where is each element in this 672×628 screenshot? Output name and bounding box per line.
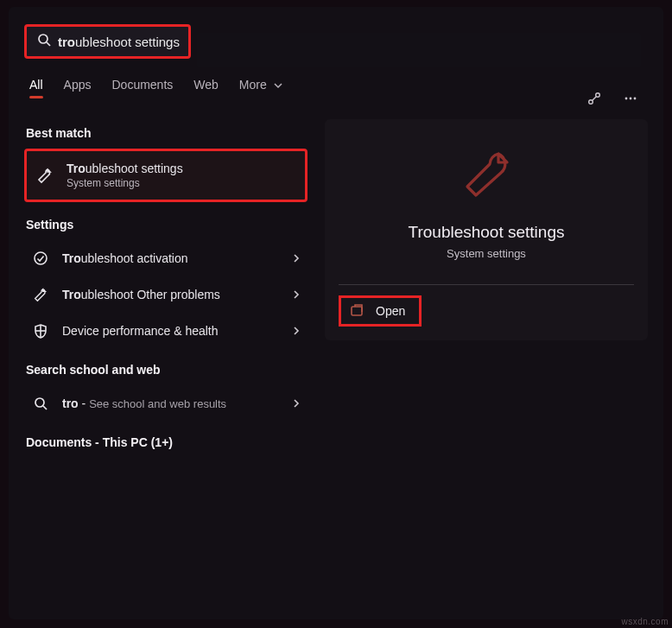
- preview-subtitle: System settings: [447, 247, 526, 260]
- svg-line-1: [47, 42, 50, 46]
- search-icon: [37, 33, 58, 50]
- tab-more[interactable]: More: [239, 78, 282, 97]
- section-best-match: Best match: [26, 126, 307, 140]
- svg-line-4: [593, 97, 596, 100]
- best-match-title: Troubleshoot settings: [67, 162, 183, 175]
- svg-point-0: [39, 35, 48, 43]
- open-icon: [350, 304, 364, 318]
- best-match-subtitle: System settings: [67, 177, 183, 189]
- tab-all[interactable]: All: [29, 78, 43, 97]
- tab-apps[interactable]: Apps: [64, 78, 92, 97]
- result-troubleshoot-activation[interactable]: Troubleshoot activation: [24, 240, 307, 276]
- chevron-right-icon: [292, 287, 301, 302]
- svg-point-11: [35, 398, 44, 407]
- section-search-web: Search school and web: [26, 363, 307, 377]
- section-documents: Documents - This PC (1+): [26, 435, 307, 449]
- search-panel: troubleshoot settings All Apps Documents…: [9, 7, 663, 619]
- result-web-search[interactable]: tro - See school and web results: [24, 385, 307, 422]
- open-button[interactable]: Open: [339, 295, 422, 327]
- preview-pane: Troubleshoot settings System settings Op…: [325, 119, 648, 340]
- network-icon[interactable]: [582, 86, 606, 111]
- svg-point-2: [589, 100, 593, 105]
- results-column: Best match Troubleshoot settings System …: [24, 121, 307, 458]
- wrench-large-icon: [459, 145, 514, 204]
- section-settings: Settings: [26, 218, 307, 232]
- svg-point-6: [630, 98, 632, 100]
- wrench-icon: [35, 167, 54, 184]
- chevron-right-icon: [292, 251, 301, 266]
- overflow-menu-icon[interactable]: [618, 86, 643, 111]
- svg-point-7: [634, 98, 637, 100]
- preview-title: Troubleshoot settings: [409, 223, 565, 242]
- svg-point-8: [35, 252, 47, 264]
- watermark: wsxdn.com: [621, 617, 669, 626]
- search-query-text: troubleshoot settings: [58, 35, 180, 49]
- best-match-item[interactable]: Troubleshoot settings System settings: [24, 149, 307, 202]
- search-input-bg: [197, 33, 641, 67]
- chevron-down-icon: [274, 81, 282, 90]
- svg-point-5: [625, 98, 628, 100]
- svg-point-3: [596, 93, 600, 98]
- result-device-health[interactable]: Device performance & health: [24, 313, 307, 349]
- search-input[interactable]: troubleshoot settings: [24, 24, 191, 59]
- check-circle-icon: [31, 251, 50, 266]
- shield-icon: [31, 323, 50, 339]
- wrench-icon: [31, 287, 50, 302]
- search-icon: [31, 396, 50, 410]
- chevron-right-icon: [292, 396, 301, 411]
- result-troubleshoot-other[interactable]: Troubleshoot Other problems: [24, 276, 307, 313]
- svg-line-12: [43, 406, 47, 409]
- tab-web[interactable]: Web: [193, 78, 219, 97]
- divider: [339, 284, 634, 285]
- tab-documents[interactable]: Documents: [111, 78, 173, 97]
- filter-tabs: All Apps Documents Web More: [24, 78, 648, 97]
- svg-rect-13: [352, 307, 362, 315]
- chevron-right-icon: [292, 323, 301, 339]
